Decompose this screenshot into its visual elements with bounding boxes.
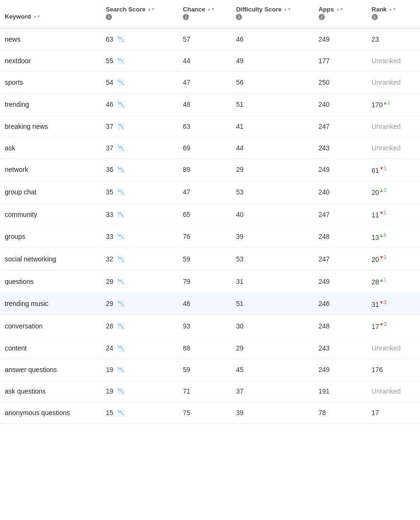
table-row: network36📉892924961▼1 <box>0 158 420 181</box>
cell-difficulty: 49 <box>231 50 313 72</box>
col-header-rank[interactable]: Rank ▲▼ i <box>367 0 420 28</box>
search-score-sort-icon: ▲▼ <box>147 8 155 11</box>
cell-rank: Unranked <box>367 380 420 402</box>
cell-rank: 61▼1 <box>367 158 420 181</box>
trend-chart-icon[interactable]: 📉 <box>117 366 124 373</box>
trend-chart-icon[interactable]: 📉 <box>117 101 124 108</box>
cell-search-score: 32📉 <box>101 248 178 271</box>
table-row: anonymous questions15📉75397817 <box>0 402 420 423</box>
trend-chart-icon[interactable]: 📉 <box>117 323 124 329</box>
search-score-value: 55 <box>106 57 113 65</box>
cell-rank: 13▲6 <box>367 226 420 248</box>
table-row: trending46📉4851240170▲1 <box>0 93 420 116</box>
search-score-value: 54 <box>106 79 113 86</box>
trend-chart-icon[interactable]: 📉 <box>117 36 124 43</box>
difficulty-info-icon: i <box>236 14 242 20</box>
rank-value: 23 <box>372 35 379 43</box>
col-header-chance[interactable]: Chance ▲▼ i <box>178 0 231 28</box>
cell-search-score: 55📉 <box>101 50 178 72</box>
trend-chart-icon[interactable]: 📉 <box>117 189 124 195</box>
cell-apps: 246 <box>314 293 367 315</box>
col-header-search-score[interactable]: Search Score ▲▼ i <box>101 0 178 28</box>
search-score-value: 29 <box>106 300 113 307</box>
cell-difficulty: 30 <box>231 315 313 338</box>
rank-delta: ▲1 <box>383 100 390 105</box>
rank-delta: ▼1 <box>379 255 386 260</box>
col-header-apps[interactable]: Apps ▲▼ i <box>314 0 367 28</box>
trend-chart-icon[interactable]: 📉 <box>117 233 124 240</box>
cell-apps: 250 <box>314 72 367 93</box>
cell-keyword: network <box>0 158 101 181</box>
trend-chart-icon[interactable]: 📉 <box>117 211 124 218</box>
cell-difficulty: 31 <box>231 270 313 293</box>
cell-difficulty: 46 <box>231 28 313 50</box>
cell-search-score: 37📉 <box>101 137 178 158</box>
col-header-keyword[interactable]: Keyword ▲▼ <box>0 0 101 28</box>
trend-chart-icon[interactable]: 📉 <box>117 345 124 351</box>
rank-value: 11 <box>372 211 379 219</box>
cell-rank: Unranked <box>367 72 420 93</box>
rank-delta: ▼3 <box>379 300 386 305</box>
col-keyword-label: Keyword <box>5 13 31 20</box>
rank-delta: ▼3 <box>379 322 386 327</box>
cell-apps: 248 <box>314 315 367 338</box>
rank-delta: ▲1 <box>379 277 386 283</box>
col-header-difficulty[interactable]: Difficulty Score ▲▼ i <box>231 0 313 28</box>
cell-chance: 69 <box>178 137 231 158</box>
cell-keyword: ask <box>0 137 101 158</box>
trend-chart-icon[interactable]: 📉 <box>117 145 124 151</box>
trend-chart-icon[interactable]: 📉 <box>117 300 124 307</box>
rank-value: 17 <box>372 409 379 417</box>
table-row: trending music29📉465124631▼3 <box>0 293 420 315</box>
cell-search-score: 63📉 <box>101 28 178 50</box>
cell-apps: 247 <box>314 115 367 137</box>
search-score-value: 29 <box>106 278 113 285</box>
cell-keyword: breaking news <box>0 115 101 137</box>
cell-rank: 20▼1 <box>367 248 420 271</box>
trend-chart-icon[interactable]: 📉 <box>117 123 124 130</box>
cell-chance: 63 <box>178 115 231 137</box>
cell-rank: 23 <box>367 28 420 50</box>
cell-search-score: 36📉 <box>101 158 178 181</box>
cell-search-score: 35📉 <box>101 181 178 203</box>
trend-chart-icon[interactable]: 📉 <box>117 388 124 395</box>
cell-apps: 177 <box>314 50 367 72</box>
rank-value: 31 <box>372 300 379 308</box>
trend-chart-icon[interactable]: 📉 <box>117 79 124 86</box>
keyword-table: Keyword ▲▼ Search Score ▲▼ i <box>0 0 420 424</box>
cell-keyword: ask questions <box>0 380 101 402</box>
trend-chart-icon[interactable]: 📉 <box>117 166 124 173</box>
rank-delta: ▼1 <box>379 166 386 171</box>
rank-value: 20 <box>372 189 379 196</box>
table-row: breaking news37📉6341247Unranked <box>0 115 420 137</box>
cell-difficulty: 29 <box>231 337 313 359</box>
cell-rank: 31▼3 <box>367 293 420 315</box>
rank-value: 28 <box>372 278 379 286</box>
keyword-sort-icon: ▲▼ <box>33 15 41 19</box>
table-row: nextdoor55📉4449177Unranked <box>0 50 420 72</box>
cell-rank: 20▲3 <box>367 181 420 203</box>
search-score-value: 32 <box>106 255 113 263</box>
table-row: community33📉654024711▼1 <box>0 203 420 226</box>
trend-chart-icon[interactable]: 📉 <box>117 278 124 285</box>
cell-apps: 78 <box>314 402 367 423</box>
table-row: questions29📉793124928▲1 <box>0 270 420 293</box>
cell-rank: Unranked <box>367 115 420 137</box>
rank-delta: ▲6 <box>379 233 386 238</box>
rank-info-icon: i <box>372 14 378 20</box>
cell-search-score: 33📉 <box>101 226 178 248</box>
trend-chart-icon[interactable]: 📉 <box>117 256 124 262</box>
trend-chart-icon[interactable]: 📉 <box>117 409 124 416</box>
search-score-value: 19 <box>106 366 113 373</box>
cell-keyword: trending <box>0 93 101 116</box>
cell-chance: 93 <box>178 315 231 338</box>
cell-keyword: answer questions <box>0 359 101 380</box>
search-score-value: 24 <box>106 344 113 352</box>
trend-chart-icon[interactable]: 📉 <box>117 57 124 64</box>
cell-chance: 76 <box>178 226 231 248</box>
rank-value: 61 <box>372 166 379 174</box>
cell-chance: 88 <box>178 337 231 359</box>
cell-difficulty: 51 <box>231 293 313 315</box>
cell-keyword: trending music <box>0 293 101 315</box>
cell-apps: 240 <box>314 181 367 203</box>
